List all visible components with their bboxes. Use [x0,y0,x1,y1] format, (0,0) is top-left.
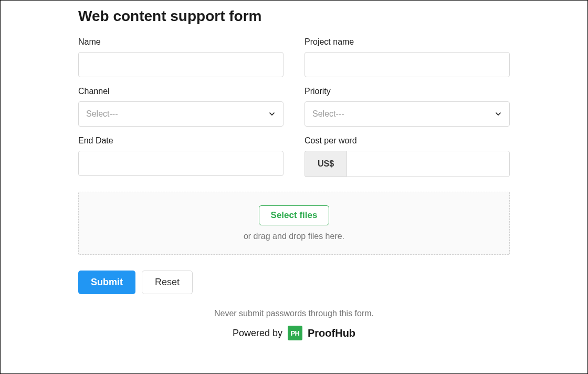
cost-per-word-label: Cost per word [304,136,510,146]
channel-label: Channel [78,87,284,96]
channel-select-value: Select--- [78,101,284,127]
file-upload-zone[interactable]: Select files or drag and drop files here… [78,192,510,255]
project-name-label: Project name [304,37,510,47]
brand-name: ProofHub [308,327,355,339]
field-name: Name [78,37,284,77]
field-cost-per-word: Cost per word US$ [304,136,510,177]
field-priority: Priority Select--- [304,87,510,127]
form-title: Web content support form [78,8,510,25]
end-date-label: End Date [78,136,284,146]
priority-select-value: Select--- [304,101,510,127]
form-grid: Name Project name Channel Select--- Prio… [78,37,510,255]
powered-by-prefix: Powered by [233,328,282,339]
reset-button[interactable]: Reset [142,271,193,294]
select-files-button[interactable]: Select files [259,205,330,225]
drag-drop-hint: or drag and drop files here. [244,232,344,241]
password-warning: Never submit passwords through this form… [78,309,510,318]
priority-select[interactable]: Select--- [304,101,510,127]
proofhub-logo-icon: PH [288,326,302,340]
priority-label: Priority [304,87,510,96]
currency-group: US$ [304,151,510,177]
cost-per-word-input[interactable] [346,151,510,177]
name-label: Name [78,37,284,47]
field-end-date: End Date [78,136,284,177]
channel-select[interactable]: Select--- [78,101,284,127]
field-channel: Channel Select--- [78,87,284,127]
name-input[interactable] [78,52,284,77]
field-project-name: Project name [304,37,510,77]
submit-button[interactable]: Submit [78,271,135,294]
project-name-input[interactable] [304,52,510,77]
form-container: Web content support form Name Project na… [1,1,587,340]
form-actions: Submit Reset [78,271,510,294]
currency-prefix: US$ [304,151,346,177]
end-date-input[interactable] [78,151,284,176]
form-footer: Never submit passwords through this form… [78,309,510,340]
powered-by: Powered by PH ProofHub [78,326,510,340]
